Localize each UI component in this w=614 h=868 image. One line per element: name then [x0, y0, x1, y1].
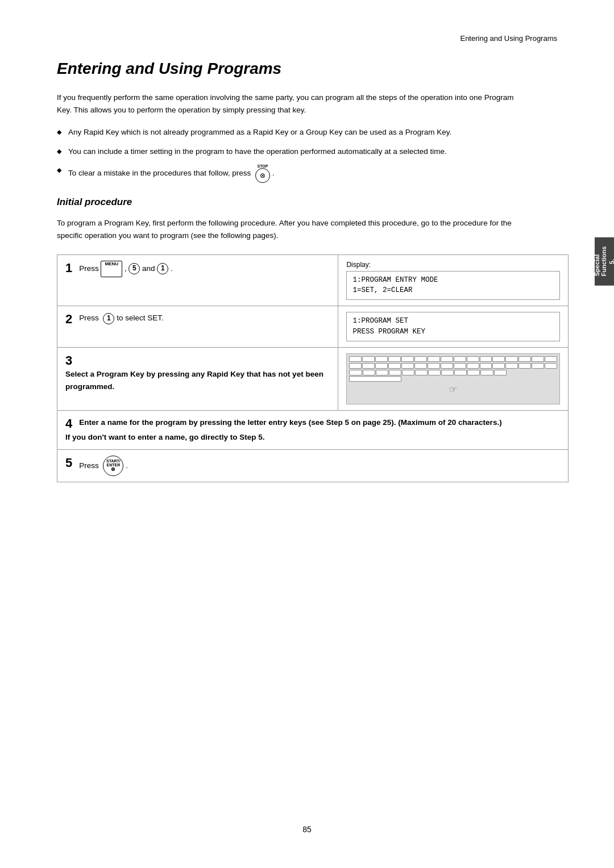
step-number-3: 3 [65, 353, 72, 368]
step-1-right: Display: 1:PROGRAM ENTRY MODE 1=SET, 2=C… [338, 254, 569, 306]
side-tab-label: SpecialFunctions [594, 247, 607, 277]
step-4-full: 4 Enter a name for the program by pressi… [57, 410, 569, 449]
keyboard-image: ☞ [346, 353, 560, 404]
step-2-left: 2 Press 1 to select SET. [57, 306, 338, 348]
table-row: 2 Press 1 to select SET. 1:PROGRAM SET P… [57, 306, 569, 348]
intro-text: If you frequently perform the same opera… [57, 91, 523, 116]
display-box-2: 1:PROGRAM SET PRESS PROGRAM KEY [346, 312, 560, 341]
step-number-4: 4 [65, 416, 72, 431]
step-2-content: Press 1 to select SET. [79, 312, 164, 324]
stop-key-icon: ⊗ [255, 168, 270, 183]
display-label: Display: [346, 261, 560, 269]
side-tab: 5. SpecialFunctions [595, 237, 614, 286]
start-enter-key: START/ENTER⊕ [103, 456, 123, 476]
menu-key: MENU [101, 261, 122, 278]
sub-heading: Initial procedure [57, 197, 569, 208]
list-item: You can include a timer setting in the p… [57, 145, 523, 158]
list-item: To clear a mistake in the procedures tha… [57, 164, 523, 183]
steps-table: 1 Press MENU , 5 and 1 . Display: [57, 254, 569, 482]
step-5-full: 5 Press START/ENTER⊕ . [57, 449, 569, 482]
list-item: Any Rapid Key which is not already progr… [57, 126, 523, 139]
page-header: Entering and Using Programs [57, 34, 569, 43]
page-number: 85 [0, 825, 614, 834]
bullet-list: Any Rapid Key which is not already progr… [57, 126, 523, 183]
key-5: 5 [128, 263, 140, 274]
table-row: 4 Enter a name for the program by pressi… [57, 410, 569, 449]
step-1-content: Press MENU , 5 and 1 . [79, 261, 173, 278]
step-3-right: ☞ [338, 347, 569, 410]
step-number-5: 5 [65, 456, 72, 470]
step-3-left: 3 Select a Program Key by pressing any R… [57, 347, 338, 410]
step-1-left: 1 Press MENU , 5 and 1 . [57, 254, 338, 306]
display-box-1: 1:PROGRAM ENTRY MODE 1=SET, 2=CLEAR [346, 271, 560, 301]
step-2-right: 1:PROGRAM SET PRESS PROGRAM KEY [338, 306, 569, 348]
step-number-1: 1 [65, 261, 72, 276]
step-5-content: Press START/ENTER⊕ . [79, 456, 128, 476]
side-tab-number: 5. [608, 258, 614, 264]
page-title: Entering and Using Programs [57, 60, 569, 78]
table-row: 5 Press START/ENTER⊕ . [57, 449, 569, 482]
step-number-2: 2 [65, 312, 72, 327]
step-4-content: Enter a name for the program by pressing… [65, 418, 502, 441]
sub-intro: To program a Program Key, first perform … [57, 217, 523, 241]
step-3-content: Select a Program Key by pressing any Rap… [65, 368, 330, 393]
header-text: Entering and Using Programs [460, 34, 557, 43]
table-row: 3 Select a Program Key by pressing any R… [57, 347, 569, 410]
key-1: 1 [157, 263, 168, 274]
key-1-step2: 1 [103, 313, 114, 324]
page-container: Entering and Using Programs Entering and… [0, 0, 614, 868]
table-row: 1 Press MENU , 5 and 1 . Display: [57, 254, 569, 306]
